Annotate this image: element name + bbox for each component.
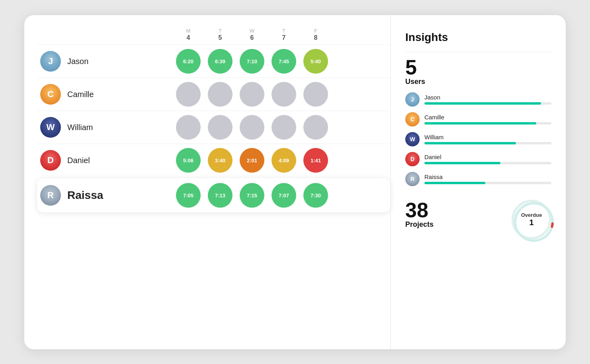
projects-count: 38 (405, 200, 434, 220)
time-bubble: 7:45 (272, 49, 296, 74)
time-bubble: 7:10 (240, 49, 264, 74)
bar-fill (424, 162, 500, 164)
day-col-7: T7 (268, 28, 300, 42)
avatar-sm-jason: J (405, 92, 420, 107)
time-bubble (208, 115, 232, 140)
day-letter: F (314, 28, 317, 34)
bar-user-row-camille: CCamille (405, 112, 551, 127)
user-row-camille[interactable]: CCamille (37, 78, 390, 111)
top-divider (405, 52, 551, 52)
left-panel: M4T5W6T7F8 JJason6:206:397:107:455:40CCa… (24, 15, 390, 349)
main-card: M4T5W6T7F8 JJason6:206:397:107:455:40CCa… (24, 15, 566, 349)
time-bubble (272, 115, 296, 140)
bar-user-row-daniel: DDaniel (405, 152, 551, 166)
user-rows: JJason6:206:397:107:455:40CCamilleWWilli… (37, 45, 390, 214)
overdue-svg (513, 201, 555, 243)
day-letter: T (282, 28, 285, 34)
bar-container: Raissa (424, 173, 551, 184)
day-letter: M (186, 28, 191, 34)
users-count: 5 (405, 57, 551, 78)
avatar-sm-daniel: D (405, 152, 420, 166)
calendar-header: M4T5W6T7F8 (37, 28, 390, 42)
time-bubble: 2:01 (240, 148, 264, 173)
insights-title: Insights (405, 31, 551, 44)
bar-user-name: Jason (424, 94, 551, 101)
projects-left: 38 Projects (405, 200, 434, 235)
day-letter: W (250, 28, 254, 34)
bar-user-row-jason: JJason (405, 92, 551, 107)
user-info: JJason (37, 51, 172, 72)
time-bubble: 7:13 (208, 183, 232, 208)
time-bubble (176, 82, 201, 107)
user-row-daniel[interactable]: DDaniel5:063:402:014:091:41 (37, 144, 390, 177)
day-letter: T (219, 28, 222, 34)
bar-track (424, 162, 551, 164)
overdue-circle: Overdue 1 (512, 200, 551, 239)
day-num: 4 (187, 34, 190, 41)
avatar-raissa: R (40, 185, 61, 206)
time-bubble (303, 115, 328, 140)
time-bubble (272, 82, 296, 107)
day-num: 7 (282, 34, 286, 41)
bar-user-row-raissa: RRaissa (405, 172, 551, 186)
bar-user-row-william: WWilliam (405, 132, 551, 146)
user-info: DDaniel (37, 150, 172, 171)
time-bubble: 3:40 (208, 148, 232, 173)
day-col-6: W6 (236, 28, 268, 42)
bar-user-name: William (424, 134, 551, 140)
avatar-camille: C (40, 84, 61, 105)
bar-container: Daniel (424, 154, 551, 164)
user-name: Daniel (67, 156, 90, 165)
bar-fill (424, 182, 485, 184)
bar-track (424, 142, 551, 144)
bar-container: William (424, 134, 551, 144)
avatar-jason: J (40, 51, 61, 72)
avatar-daniel: D (40, 150, 61, 171)
bar-track (424, 122, 551, 125)
day-col-5: T5 (204, 28, 236, 42)
avatar-sm-camille: C (405, 112, 420, 127)
bar-container: Jason (424, 94, 551, 105)
svg-point-0 (515, 203, 553, 241)
avatar-sm-raissa: R (405, 172, 420, 186)
bar-fill (424, 142, 516, 144)
bar-container: Camille (424, 114, 551, 125)
time-bubble: 7:05 (176, 183, 201, 208)
user-row-william[interactable]: WWilliam (37, 111, 390, 144)
user-name: Camille (67, 90, 94, 99)
time-bubble (240, 82, 264, 107)
bar-user-name: Raissa (424, 173, 551, 180)
users-label: Users (405, 78, 551, 86)
time-bubble (208, 82, 232, 107)
bar-track (424, 102, 551, 105)
time-bubble (303, 82, 328, 107)
user-name: William (67, 123, 93, 132)
day-num: 8 (314, 34, 318, 41)
time-bubble: 7:30 (303, 183, 328, 208)
user-row-jason[interactable]: JJason6:206:397:107:455:40 (37, 45, 390, 78)
time-bubble (240, 115, 264, 140)
time-bubble: 7:15 (240, 183, 264, 208)
avatar-william: W (40, 117, 61, 138)
projects-section: 38 Projects Overdue 1 (405, 200, 551, 239)
day-num: 5 (219, 34, 222, 41)
right-panel: Insights 5 Users JJasonCCamilleWWilliamD… (391, 15, 566, 349)
bar-users-container: JJasonCCamilleWWilliamDDanielRRaissa (405, 92, 551, 192)
user-name: Raissa (67, 189, 103, 202)
time-bubble: 1:41 (303, 148, 328, 173)
user-name: Jason (67, 57, 88, 66)
time-bubble: 6:39 (208, 49, 232, 74)
day-col-8: F8 (300, 28, 332, 42)
bar-track (424, 182, 551, 184)
time-bubble (176, 115, 201, 140)
user-row-raissa[interactable]: RRaissa7:057:137:157:077:30 (37, 178, 390, 212)
day-num: 6 (250, 34, 254, 41)
time-bubble: 6:20 (176, 49, 201, 74)
bar-fill (424, 122, 536, 125)
time-bubble: 4:09 (272, 148, 296, 173)
projects-label: Projects (405, 220, 434, 229)
day-col-4: M4 (172, 28, 204, 42)
time-bubble: 7:07 (272, 183, 296, 208)
time-bubble: 5:40 (303, 49, 328, 74)
bar-fill (424, 102, 541, 105)
